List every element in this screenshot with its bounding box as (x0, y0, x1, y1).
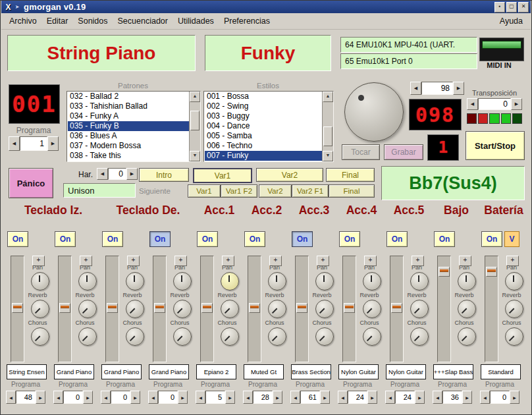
reverb-knob[interactable] (410, 300, 429, 318)
iconify-icon[interactable]: ▪ (494, 2, 505, 13)
channel-on-button[interactable]: On (434, 231, 455, 247)
menu-item-3[interactable]: Secuenciador (118, 16, 168, 26)
chorus-knob[interactable] (505, 327, 523, 346)
scrollbar-track[interactable] (323, 102, 333, 151)
pan-knob[interactable] (315, 272, 334, 290)
harmony-spinner-value[interactable]: 0 (108, 168, 126, 180)
volume-slider-thumb[interactable] (12, 303, 23, 313)
channel-program-value[interactable]: 0 (63, 391, 83, 404)
next-variation-button-2[interactable]: Var2 (259, 184, 292, 198)
scrollbar-track[interactable] (190, 102, 200, 151)
volume-slider-thumb[interactable] (249, 303, 260, 313)
volume-slider[interactable] (105, 256, 119, 362)
patterns-item[interactable]: 037 - Modern Bossa (68, 141, 189, 151)
chorus-knob[interactable] (458, 327, 476, 346)
chorus-knob[interactable] (126, 327, 144, 346)
patterns-item[interactable]: 036 - Blues A (68, 131, 189, 141)
start-stop-button[interactable]: Start/Stop (466, 131, 525, 160)
spin-left-icon[interactable]: ◀ (6, 391, 16, 404)
pan-knob[interactable] (31, 272, 49, 290)
pan-knob[interactable] (173, 272, 192, 290)
reverb-knob[interactable] (505, 300, 523, 318)
volume-slider[interactable] (342, 256, 356, 362)
chorus-knob[interactable] (315, 327, 334, 346)
channel-program-value[interactable]: 24 (395, 391, 415, 404)
spin-left-icon[interactable]: ◀ (480, 391, 490, 404)
variation-button-1[interactable]: Var1 (193, 168, 252, 183)
channel-on-button[interactable]: On (197, 231, 218, 247)
menu-item-4[interactable]: Utilidades (178, 16, 214, 26)
chorus-knob[interactable] (78, 327, 97, 346)
channel-on-button[interactable]: On (481, 231, 502, 247)
channel-on-button[interactable]: On (292, 231, 313, 247)
spin-right-icon[interactable]: ▶ (510, 391, 519, 404)
chorus-knob[interactable] (221, 327, 239, 346)
next-variation-button-0[interactable]: Var1 (188, 184, 221, 198)
spin-right-icon[interactable]: ▶ (511, 98, 522, 110)
spin-left-icon[interactable]: ◀ (101, 391, 111, 404)
variation-button-3[interactable]: Final (326, 168, 375, 182)
volume-slider[interactable] (153, 256, 167, 362)
spin-right-icon[interactable]: ▶ (83, 391, 93, 404)
pan-knob[interactable] (458, 272, 476, 290)
spin-left-icon[interactable]: ◀ (385, 391, 395, 404)
program-spinner-value[interactable]: 1 (20, 136, 47, 151)
spin-left-icon[interactable]: ◀ (53, 391, 63, 404)
volume-slider[interactable] (485, 256, 498, 362)
spin-right-icon[interactable]: ▶ (462, 391, 472, 404)
scrollbar-thumb[interactable] (190, 111, 200, 130)
volume-slider-thumb[interactable] (201, 303, 213, 313)
spin-right-icon[interactable]: ▶ (178, 391, 188, 404)
tempo-dial[interactable] (344, 82, 404, 142)
spin-left-icon[interactable]: ◀ (148, 391, 158, 404)
patterns-listbox[interactable]: 032 - Ballad 2033 - Tahishian Ballad034 … (66, 91, 201, 162)
spin-left-icon[interactable]: ◀ (410, 82, 421, 95)
pan-knob[interactable] (126, 272, 144, 290)
volume-slider-thumb[interactable] (439, 267, 450, 277)
variation-button-2[interactable]: Var2 (256, 168, 323, 182)
reverb-knob[interactable] (126, 300, 144, 318)
channel-program-value[interactable]: 48 (16, 391, 36, 404)
reverb-knob[interactable] (363, 300, 381, 318)
spin-left-icon[interactable]: ◀ (97, 168, 108, 180)
volume-slider-thumb[interactable] (107, 303, 118, 313)
drum-v-button[interactable]: V (504, 231, 519, 247)
reverb-knob[interactable] (173, 300, 192, 318)
pan-knob[interactable] (363, 272, 381, 290)
next-variation-button-3[interactable]: Var2 F1 (292, 184, 329, 198)
spin-left-icon[interactable]: ◀ (290, 391, 300, 404)
volume-slider[interactable] (11, 256, 24, 362)
variation-button-0[interactable]: Intro (139, 168, 189, 182)
reverb-knob[interactable] (78, 300, 97, 318)
channel-program-value[interactable]: 61 (300, 391, 320, 404)
spin-right-icon[interactable]: ▶ (36, 391, 45, 404)
pan-knob[interactable] (78, 272, 97, 290)
volume-slider-thumb[interactable] (391, 303, 402, 313)
reverb-knob[interactable] (31, 300, 49, 318)
channel-program-value[interactable]: 28 (253, 391, 273, 404)
channel-program-value[interactable]: 0 (158, 391, 178, 404)
chorus-knob[interactable] (268, 327, 286, 346)
spin-right-icon[interactable]: ▶ (367, 391, 377, 404)
pan-knob[interactable] (221, 272, 239, 290)
patterns-item[interactable]: 035 - Funky B (68, 121, 189, 131)
volume-slider-thumb[interactable] (59, 303, 70, 313)
close-icon[interactable]: ✕ (518, 2, 529, 13)
channel-program-value[interactable]: 24 (348, 391, 367, 404)
channel-on-button[interactable]: On (386, 231, 408, 247)
channel-program-value[interactable]: 0 (490, 391, 510, 404)
channel-program-value[interactable]: 36 (442, 391, 462, 404)
channel-on-button[interactable]: On (149, 231, 171, 247)
pan-knob[interactable] (410, 272, 429, 290)
transpose-spinner-value[interactable]: 0 (478, 98, 511, 110)
spin-left-icon[interactable]: ◀ (9, 136, 20, 151)
menu-item-5[interactable]: Preferencias (224, 16, 270, 26)
spin-right-icon[interactable]: ▶ (415, 391, 425, 404)
spin-left-icon[interactable]: ◀ (467, 98, 478, 110)
spin-right-icon[interactable]: ▶ (225, 391, 235, 404)
styles-item[interactable]: 004 - Dance (205, 121, 322, 131)
channel-on-button[interactable]: On (339, 231, 360, 247)
reverb-knob[interactable] (221, 300, 239, 318)
scroll-down-icon[interactable]: ▼ (323, 151, 333, 161)
chorus-knob[interactable] (31, 327, 49, 346)
